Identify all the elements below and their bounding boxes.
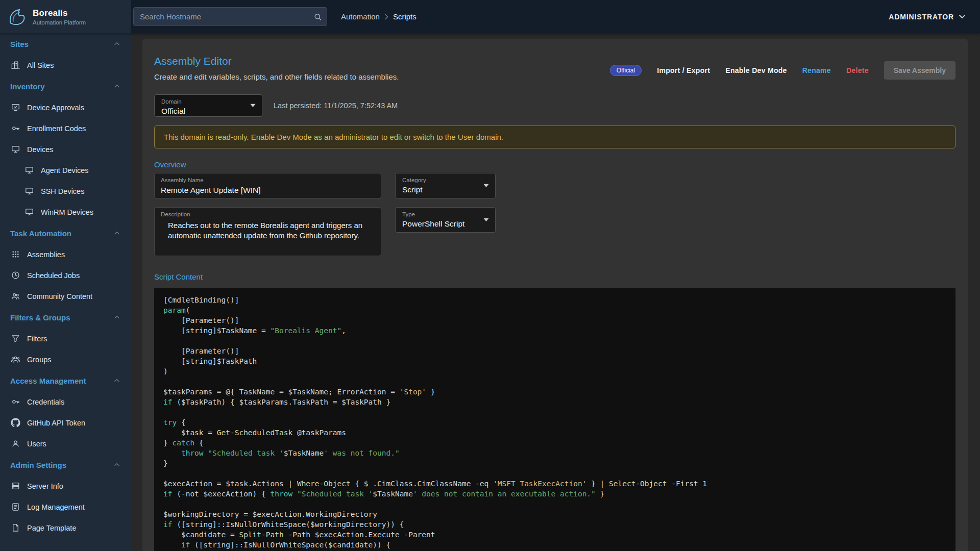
breadcrumb-item-automation[interactable]: Automation bbox=[341, 12, 380, 21]
description-value: Reaches out to the remote Borealis agent… bbox=[161, 220, 375, 241]
search-icon bbox=[313, 12, 322, 21]
chevron-up-icon bbox=[113, 82, 121, 90]
people-icon bbox=[11, 291, 20, 301]
search-box bbox=[133, 7, 327, 26]
main-content: Assembly Editor Create and edit variable… bbox=[131, 33, 980, 551]
assembly-name-field[interactable]: Assembly Name bbox=[154, 173, 381, 198]
code-line: $task = Get-ScheduledTask @taskParams bbox=[163, 428, 946, 438]
section-label: Access Management bbox=[10, 377, 86, 385]
sidebar-item-label: Groups bbox=[27, 356, 52, 364]
borealis-logo-icon bbox=[6, 6, 28, 28]
editor-actions: Official Import / Export Enable Dev Mode… bbox=[610, 61, 955, 80]
sidebar-item-label: Users bbox=[27, 440, 46, 448]
sidebar-item-device-approvals[interactable]: Device Approvals bbox=[0, 97, 131, 118]
sidebar-item-log-management[interactable]: Log Management bbox=[0, 496, 131, 517]
description-label: Description bbox=[161, 211, 375, 218]
brand-subtitle: Automation Platform bbox=[33, 19, 86, 26]
sidebar-item-winrm-devices[interactable]: WinRM Devices bbox=[0, 202, 131, 222]
sidebar-item-label: Enrollment Codes bbox=[27, 124, 86, 133]
category-select[interactable]: Category Script bbox=[395, 173, 496, 198]
domain-label: Domain bbox=[161, 98, 243, 105]
sidebar-section-filters-groups[interactable]: Filters & Groups bbox=[0, 307, 131, 328]
code-line: throw "Scheduled task '$TaskName' was no… bbox=[163, 448, 946, 458]
sidebar-section-access-management[interactable]: Access Management bbox=[0, 370, 131, 391]
overview-section-label: Overview bbox=[154, 160, 955, 169]
server-icon bbox=[11, 481, 20, 491]
code-line: param( bbox=[163, 305, 946, 315]
code-line: $workingDirectory = $execAction.WorkingD… bbox=[163, 509, 946, 519]
code-line: } bbox=[163, 458, 946, 468]
breadcrumb-item-scripts[interactable]: Scripts bbox=[393, 12, 416, 21]
sidebar-item-all-sites[interactable]: All Sites bbox=[0, 55, 131, 76]
sidebar-item-label: Agent Devices bbox=[41, 166, 89, 174]
sidebar-item-community-content[interactable]: Community Content bbox=[0, 286, 131, 307]
grid-icon bbox=[11, 249, 20, 259]
sidebar-item-credentials[interactable]: Credentials bbox=[0, 391, 131, 412]
sidebar-section-inventory[interactable]: Inventory bbox=[0, 76, 131, 97]
chevron-up-icon bbox=[113, 461, 121, 469]
log-icon bbox=[11, 502, 20, 512]
code-line: [Parameter()] bbox=[163, 315, 946, 325]
brand[interactable]: Borealis Automation Platform bbox=[0, 0, 131, 33]
github-icon bbox=[11, 418, 20, 428]
sidebar-item-server-info[interactable]: Server Info bbox=[0, 475, 131, 496]
sidebar-item-groups[interactable]: Groups bbox=[0, 349, 131, 370]
code-line bbox=[163, 377, 946, 387]
code-line: [string]$TaskPath bbox=[163, 356, 946, 366]
script-editor[interactable]: [CmdletBinding()]param( [Parameter()] [s… bbox=[154, 288, 955, 551]
caret-down-icon bbox=[483, 218, 489, 222]
user-menu[interactable]: ADMINISTRATOR bbox=[889, 13, 966, 21]
sidebar-item-page-template[interactable]: Page Template bbox=[0, 517, 131, 538]
section-label: Inventory bbox=[10, 82, 45, 91]
groups-icon bbox=[11, 355, 20, 364]
rename-button[interactable]: Rename bbox=[802, 66, 831, 74]
enable-dev-mode-button[interactable]: Enable Dev Mode bbox=[725, 66, 787, 74]
sidebar-item-devices[interactable]: Devices bbox=[0, 139, 131, 160]
chevron-down-icon bbox=[959, 14, 966, 19]
sidebar-item-agent-devices[interactable]: Agent Devices bbox=[0, 160, 131, 181]
sidebar-item-label: Page Template bbox=[27, 524, 76, 532]
topbar: Borealis Automation Platform Automation … bbox=[0, 0, 980, 33]
import-export-button[interactable]: Import / Export bbox=[657, 66, 710, 74]
official-domain-badge: Official bbox=[610, 65, 642, 76]
sidebar-item-enrollment-codes[interactable]: Enrollment Codes bbox=[0, 118, 131, 139]
readonly-warning-banner: This domain is read-only. Enable Dev Mod… bbox=[154, 126, 955, 148]
last-persisted-text: Last persisted: 11/1/2025, 7:52:43 AM bbox=[274, 102, 398, 110]
key-icon bbox=[11, 397, 20, 407]
description-field[interactable]: Description Reaches out to the remote Bo… bbox=[154, 207, 381, 256]
sidebar-item-ssh-devices[interactable]: SSH Devices bbox=[0, 181, 131, 202]
caret-down-icon bbox=[483, 184, 489, 188]
sidebar-section-admin-settings[interactable]: Admin Settings bbox=[0, 454, 131, 475]
domain-select[interactable]: Domain Official bbox=[154, 94, 262, 117]
sidebar-item-label: GitHub API Token bbox=[27, 419, 85, 427]
sidebar-item-scheduled-jobs[interactable]: Scheduled Jobs bbox=[0, 265, 131, 286]
sidebar-item-label: WinRM Devices bbox=[41, 208, 93, 216]
code-line: [string]$TaskName = "Borealis Agent", bbox=[163, 325, 946, 336]
type-select[interactable]: Type PowerShell Script bbox=[395, 207, 496, 233]
code-line: [CmdletBinding()] bbox=[163, 295, 946, 305]
sidebar-item-label: All Sites bbox=[27, 61, 54, 69]
code-line: } catch { bbox=[163, 438, 946, 448]
search-input[interactable] bbox=[133, 7, 327, 26]
monitor-icon bbox=[24, 207, 34, 217]
assembly-name-input[interactable] bbox=[161, 186, 375, 195]
assembly-name-label: Assembly Name bbox=[161, 177, 375, 184]
delete-button[interactable]: Delete bbox=[846, 66, 869, 74]
sidebar-item-github-api-token[interactable]: GitHub API Token bbox=[0, 412, 131, 433]
sidebar-section-task-automation[interactable]: Task Automation bbox=[0, 222, 131, 244]
filter-icon bbox=[11, 334, 20, 343]
sidebar-section-sites[interactable]: Sites bbox=[0, 33, 131, 55]
page-title: Assembly Editor bbox=[154, 55, 399, 67]
section-label: Task Automation bbox=[10, 229, 71, 238]
code-line: if ([string]::IsNullOrWhiteSpace($workin… bbox=[163, 519, 946, 530]
assembly-editor-panel: Assembly Editor Create and edit variable… bbox=[142, 39, 968, 551]
sidebar-item-users[interactable]: Users bbox=[0, 433, 131, 454]
type-label: Type bbox=[402, 211, 477, 218]
chevron-up-icon bbox=[113, 229, 121, 237]
section-label: Filters & Groups bbox=[10, 313, 70, 322]
sidebar-item-assemblies[interactable]: Assemblies bbox=[0, 244, 131, 265]
user-menu-label: ADMINISTRATOR bbox=[889, 13, 954, 21]
breadcrumb: Automation Scripts bbox=[341, 12, 416, 21]
sidebar-item-filters[interactable]: Filters bbox=[0, 328, 131, 349]
section-label: Admin Settings bbox=[10, 461, 66, 469]
